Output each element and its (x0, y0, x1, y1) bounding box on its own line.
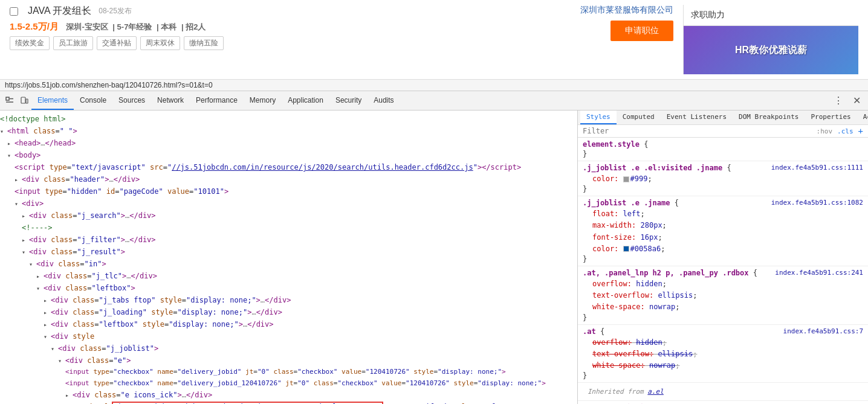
style-prop: float: left; (583, 208, 863, 220)
tab-security[interactable]: Security (329, 91, 368, 110)
style-block-at: .at { index.fe4a5b91.css:7 overflow: hid… (578, 325, 868, 383)
style-prop: color: #0058a6; (583, 243, 863, 255)
html-line[interactable]: <div class="leftbox"> (0, 282, 577, 294)
hr-panel-title: 求职助力 (684, 5, 858, 26)
styles-tab-event-listeners[interactable]: Event Listeners (661, 111, 733, 124)
tab-memory[interactable]: Memory (244, 91, 282, 110)
html-line[interactable]: <div class="j_loading" style="display: n… (0, 306, 577, 318)
style-block-body: body, a, li, input, button, textarea { i… (578, 401, 868, 404)
styles-filter-input[interactable] (583, 127, 812, 135)
tab-application[interactable]: Application (282, 91, 329, 110)
company-name[interactable]: 深圳市莱登服饰有限公司 (580, 5, 673, 16)
html-line: <input type="checkbox" name="delivery_jo… (0, 367, 577, 378)
job-tag-weekend: 周末双休 (140, 36, 180, 50)
styles-tab-properties[interactable]: Properties (805, 111, 857, 124)
tab-network[interactable]: Network (151, 91, 190, 110)
inherited-label: Inherited from a.el (583, 385, 863, 398)
styles-tab-styles[interactable]: Styles (580, 111, 617, 124)
style-prop: white-space: nowrap; (583, 360, 863, 371)
style-prop: color: #999; (583, 173, 863, 185)
job-salary: 1.5-2.5万/月 深圳-宝安区 | 5-7年经验 | 本科 | 招2人 (10, 21, 580, 33)
svg-rect-4 (26, 99, 28, 103)
html-line[interactable]: <div class="in"> (0, 258, 577, 270)
html-line: <!----> (0, 222, 577, 234)
html-line[interactable]: <div class="j_search">…</div> (0, 210, 577, 222)
html-line: <!doctype html> (0, 113, 577, 125)
device-toolbar-button[interactable] (17, 94, 31, 108)
job-date: 08-25发布 (99, 6, 132, 16)
style-prop: overflow: hidden; (583, 278, 863, 290)
styles-filter-hint: :hov (817, 127, 833, 135)
html-line[interactable]: <div class="j_joblist"> (0, 342, 577, 354)
job-checkbox[interactable] (10, 7, 18, 16)
styles-tab-dom-breakpoints[interactable]: DOM Breakpoints (733, 111, 805, 124)
style-file[interactable]: index.fe4a5b91.css:1111 (771, 164, 863, 173)
tab-console[interactable]: Console (74, 91, 112, 110)
html-line[interactable]: <div class="e icons_ick">…</div> (0, 389, 577, 401)
styles-panel: Styles Computed Event Listeners DOM Brea… (578, 111, 868, 404)
html-line[interactable]: <div class="j_tabs ftop" style="display:… (0, 294, 577, 306)
devtools-more-button[interactable]: ⋮ (829, 95, 848, 106)
style-prop: max-width: 280px; (583, 220, 863, 231)
job-tag-insurance: 缴纳五险 (184, 36, 224, 50)
styles-tabs: Styles Computed Event Listeners DOM Brea… (578, 111, 868, 125)
style-prop: text-overflow: ellipsis; (583, 348, 863, 360)
tab-sources[interactable]: Sources (112, 91, 151, 110)
styles-tab-accessibility[interactable]: Accessibility (857, 111, 868, 124)
html-line: <input type="hidden" id="pageCode" value… (0, 185, 577, 197)
svg-rect-0 (6, 97, 9, 100)
job-left-section: JAVA 开发组长 08-25发布 1.5-2.5万/月 深圳-宝安区 | 5-… (10, 5, 580, 50)
link-bar: https://jobs.51job.com/shenzhen-baq/1204… (0, 80, 868, 91)
html-line[interactable]: <body> (0, 149, 577, 161)
devtools-tabs: Elements Console Sources Network Perform… (31, 91, 400, 110)
style-block-jname: .j_joblist .e .jname { index.fe4a5b91.cs… (578, 196, 868, 266)
html-line[interactable]: <div style (0, 330, 577, 342)
html-line: <html class=" "> (0, 125, 577, 137)
hr-panel-banner: HR教你优雅说薪 (684, 26, 858, 74)
job-title: JAVA 开发组长 (28, 5, 91, 18)
tab-audits[interactable]: Audits (368, 91, 400, 110)
style-prop: overflow: hidden; (583, 337, 863, 348)
style-block-inherited: Inherited from a.el (578, 383, 868, 401)
devtools-main: <!doctype html> <html class=" "> <head>…… (0, 111, 868, 404)
html-line[interactable]: <div class="j_result"> (0, 246, 577, 258)
html-line[interactable]: <div class="j_filter">…</div> (0, 234, 577, 246)
html-line[interactable]: <div class="e"> (0, 354, 577, 367)
job-info: 深圳-宝安区 | 5-7年经验 | 本科 | 招2人 (66, 22, 208, 31)
job-tag-perf: 绩效奖金 (10, 36, 50, 50)
html-line[interactable]: <div class="j_tlc">…</div> (0, 270, 577, 282)
html-line[interactable]: <head>…</head> (0, 137, 577, 149)
style-prop: font-size: 16px; (583, 232, 863, 243)
tab-performance[interactable]: Performance (190, 91, 244, 110)
job-title-row: JAVA 开发组长 08-25发布 (10, 5, 580, 18)
style-file[interactable]: index.fe4a5b91.css:7 (783, 327, 863, 337)
html-link-line[interactable]: <a href="https://jobs.51job.com/shenzhen… (0, 401, 577, 404)
style-block-at-panel: .at, .panel_lnp h2 p, .panel_py .rdbox {… (578, 266, 868, 325)
style-file[interactable]: index.fe4a5b91.css:1082 (771, 199, 863, 208)
inspect-element-button[interactable] (2, 94, 17, 108)
job-listing-bar: JAVA 开发组长 08-25发布 1.5-2.5万/月 深圳-宝安区 | 5-… (0, 0, 868, 80)
style-selector: .at { (583, 327, 604, 336)
apply-button[interactable]: 申请职位 (611, 21, 673, 41)
style-file[interactable]: index.fe4a5b91.css:241 (775, 269, 863, 278)
styles-add-rule-button[interactable]: + (858, 126, 863, 136)
job-tag-transport: 交通补贴 (97, 36, 137, 50)
html-panel[interactable]: <!doctype html> <html class=" "> <head>…… (0, 111, 578, 404)
html-line: <script type="text/javascript" src="//js… (0, 161, 577, 173)
style-prop: text-overflow: ellipsis; (583, 290, 863, 301)
style-block-visited: .j_joblist .e .el:visited .jname { index… (578, 161, 868, 196)
hr-panel: 求职助力 HR教你优雅说薪 (683, 5, 858, 74)
hr-banner-text: HR教你优雅说薪 (735, 44, 807, 57)
link-url: https://jobs.51job.com/shenzhen-baq/1204… (5, 81, 213, 89)
html-line[interactable]: <div class="header">…</div> (0, 173, 577, 185)
devtools-close-button[interactable]: ✕ (848, 95, 866, 106)
html-line[interactable]: <div> (0, 197, 577, 210)
html-line[interactable]: <div class="leftbox" style="display: non… (0, 318, 577, 330)
tab-elements[interactable]: Elements (31, 91, 74, 110)
style-selector: .j_joblist .e .jname { (583, 199, 679, 207)
style-selector: .j_joblist .e .el:visited .jname { (583, 164, 731, 172)
html-line: <input type="checkbox" name="delivery_jo… (0, 378, 577, 390)
styles-filter-cls[interactable]: .cls (837, 127, 853, 135)
styles-tab-computed[interactable]: Computed (617, 111, 661, 124)
styles-filter-row: :hov .cls + (578, 125, 868, 138)
